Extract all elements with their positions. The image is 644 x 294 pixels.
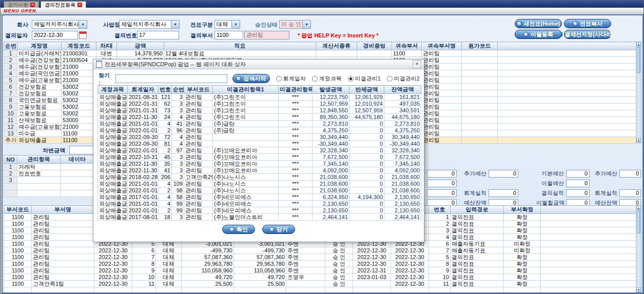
cell-desc[interactable]: 12월 4대보험료 (164, 50, 316, 57)
cell-cost[interactable] (462, 124, 498, 130)
cell-fno[interactable]: 2 (429, 221, 451, 227)
table-row[interactable]: 외상매출금2022-11-30353관리팀(주)꼬매요코리아***7,345,1… (98, 161, 421, 167)
cell-date[interactable]: 2022-01-01 (128, 187, 159, 194)
cell-dept[interactable]: 관리팀 (184, 161, 213, 167)
cell-path[interactable]: 결의전표 (451, 234, 504, 241)
cell-repay[interactable]: 0 (349, 154, 384, 161)
cell-dc[interactable]: 대체 (156, 274, 182, 281)
cell-cr[interactable]: -499,730 (234, 247, 286, 254)
cell-repay[interactable]: 0 (349, 134, 384, 141)
cell-account[interactable]: 국민연금보험료 (17, 97, 62, 104)
approve-select[interactable]: 미 승 인 ▼ (279, 20, 311, 29)
cell-rno[interactable]: 9 (132, 267, 156, 274)
table-row[interactable]: 1100고객만족1팀2022-12-3011대체25,50025,500승 인2… (4, 281, 636, 287)
cell-confirm[interactable]: 확정 (504, 254, 541, 261)
cell-date[interactable]: 2022-01-01 (128, 127, 159, 134)
cell-code[interactable]: 11100 (62, 130, 96, 137)
cell-seq[interactable]: 58 (172, 194, 184, 201)
cell-no[interactable]: 18 (159, 214, 172, 221)
cell-item1[interactable]: (주)그린조이 (213, 114, 279, 121)
cell-dcode[interactable]: 1100 (4, 241, 32, 247)
popup-close-icon[interactable]: × (413, 60, 421, 68)
popup-titlebar[interactable]: 전표세부항목(SPNDCDPop) 팝업 -- 웹 페이지 대화 상자 × (93, 60, 424, 69)
cell-writer[interactable]: 주엔 (286, 261, 325, 267)
scrollbar-thumb[interactable] (637, 47, 640, 73)
cell-rdate[interactable] (94, 287, 132, 294)
cell-appr[interactable]: 승 인 (325, 247, 353, 254)
cell-dcode[interactable] (4, 287, 32, 294)
cell-fdate[interactable]: 2022-12-30 (391, 281, 429, 287)
cell-dept[interactable]: 1100 (392, 50, 422, 57)
cell-no[interactable]: 8 (4, 97, 17, 104)
cell-occur[interactable]: 89,350,360 (313, 114, 349, 121)
col-header[interactable]: 부서확정 (504, 206, 541, 214)
cell-date[interactable]: 2021-01-31 (128, 107, 159, 114)
cell-adate[interactable]: 2022-12-30 (353, 247, 391, 254)
cell-repay[interactable]: 0 (349, 214, 384, 221)
cell-acct[interactable]: 외상매출금 (98, 167, 128, 174)
cell-_sp[interactable] (541, 261, 636, 267)
table-row[interactable]: 외상매출금2018-02-282063고객만족2팀(J(주)나노시스***21,… (98, 174, 421, 181)
col-header[interactable]: 반제금액 (349, 86, 384, 94)
col-header[interactable]: 번호 (429, 206, 451, 214)
cell-data[interactable] (61, 177, 94, 184)
cell-item1[interactable]: (주)네오피에스 (213, 194, 279, 201)
cell-seq[interactable]: 3 (172, 174, 184, 181)
cell-dept_name[interactable]: 관리팀 (422, 70, 462, 77)
cell-date[interactable]: 2022-11-30 (128, 114, 159, 121)
table-row[interactable]: 1100관리팀2022-12-306대체-499,730-499,730주엔승 … (4, 247, 636, 254)
cell-dname[interactable]: 관리팀 (32, 274, 94, 281)
cell-item1[interactable]: (주)나노시스 (213, 181, 279, 187)
cell-dept[interactable]: 관리팀 (184, 201, 213, 207)
cell-confirm[interactable]: 확정 (504, 267, 541, 274)
cell-cost[interactable] (462, 64, 498, 70)
cell-writer[interactable]: 주엔 (286, 267, 325, 274)
cell-dept[interactable]: 관리팀 (184, 121, 213, 127)
resolution-no-input[interactable]: 17 (137, 31, 179, 40)
cell-cost[interactable] (462, 50, 498, 57)
cell-item1[interactable]: (주)나노시스 (213, 187, 279, 194)
col-header[interactable]: 부서코드 (4, 206, 32, 214)
radio-account-title[interactable]: 계정과목 (312, 75, 342, 83)
cell-balance[interactable]: -30,349,440 (384, 141, 421, 147)
cell-code[interactable]: 11100 (62, 137, 96, 144)
cell-dname[interactable]: 관리팀 (32, 221, 94, 227)
cell-balance[interactable]: 2,130,650 (384, 207, 421, 214)
cell-occur[interactable]: 7,672,500 (313, 154, 349, 161)
cell-repay[interactable]: 12,061,929 (349, 94, 384, 101)
cell-dname[interactable]: 관리팀 (32, 254, 94, 261)
menu-open-button[interactable]: MENU OPEN (4, 8, 36, 13)
cell-seq[interactable]: 98 (172, 187, 184, 194)
cell-data[interactable] (61, 190, 94, 197)
cell-dcode[interactable]: 1100 (4, 221, 32, 227)
cell-date[interactable]: 2018-02-28 (128, 174, 159, 181)
cell-no[interactable]: 4 (159, 121, 172, 127)
cell-confirm[interactable] (504, 287, 541, 294)
tab-close-icon[interactable]: × (77, 3, 82, 7)
cell-item1[interactable]: (주)그린조이 (213, 94, 279, 101)
cell-acct[interactable]: 외상매출금 (98, 94, 128, 101)
cell-dcode[interactable]: 1100 (4, 254, 32, 261)
cell-balance[interactable]: 21,038,600 (384, 174, 421, 181)
cell-rno[interactable] (132, 287, 156, 294)
cell-occur[interactable]: 2,273,810 (313, 121, 349, 127)
cell-_sp[interactable] (498, 64, 636, 70)
cell-acct[interactable]: 외상매출금 (98, 141, 128, 147)
cell-_sp[interactable] (541, 247, 636, 254)
cell-item2[interactable]: *** (279, 101, 313, 107)
cell-account[interactable]: 미수금 (17, 130, 62, 137)
cell-_sp[interactable] (498, 110, 636, 117)
find-input[interactable] (115, 74, 227, 83)
cell-confirm[interactable]: 확정 (504, 221, 541, 227)
cell-repay[interactable]: 0 (349, 121, 384, 127)
col-header[interactable]: 회계일자 (128, 86, 159, 94)
radio-open-mgmt1[interactable]: 미결관리1 (348, 75, 381, 83)
cell-item1[interactable]: (주)금탄 (213, 121, 279, 127)
cell-no[interactable]: 4 (159, 201, 172, 207)
cell-confirm[interactable]: 확정 (504, 281, 541, 287)
cell-cr[interactable] (234, 287, 286, 294)
cell-cost[interactable] (462, 97, 498, 104)
col-header[interactable]: 계정코드 (62, 42, 96, 50)
cell-rdate[interactable]: 2022-12-30 (94, 274, 132, 281)
cell-dc[interactable] (156, 287, 182, 294)
